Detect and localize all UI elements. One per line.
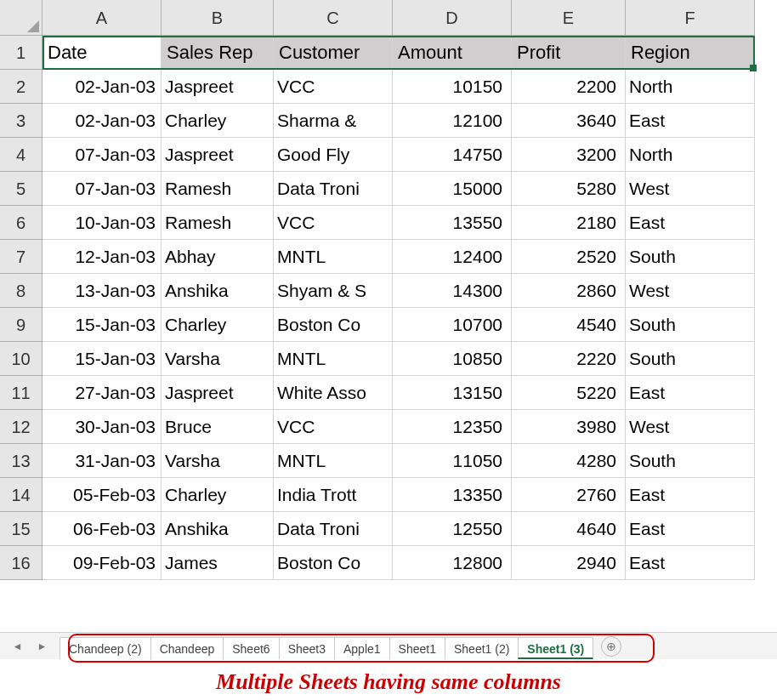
data-cell[interactable]: 2520 <box>512 240 626 274</box>
data-cell[interactable]: 12400 <box>393 240 512 274</box>
data-cell[interactable]: 4540 <box>512 308 626 342</box>
data-cell[interactable]: 2940 <box>512 546 626 580</box>
data-cell[interactable]: East <box>626 376 755 410</box>
data-cell[interactable]: West <box>626 274 755 308</box>
data-cell[interactable]: Bruce <box>162 410 274 444</box>
data-cell[interactable]: 5220 <box>512 376 626 410</box>
data-cell[interactable]: 2220 <box>512 342 626 376</box>
header-cell[interactable]: Sales Rep <box>162 36 274 70</box>
select-all-corner[interactable] <box>0 0 43 36</box>
row-header[interactable]: 4 <box>0 138 43 172</box>
data-cell[interactable]: India Trott <box>274 478 393 512</box>
data-cell[interactable]: 14750 <box>393 138 512 172</box>
row-header[interactable]: 16 <box>0 546 43 580</box>
row-header[interactable]: 2 <box>0 70 43 104</box>
data-cell[interactable]: East <box>626 478 755 512</box>
data-cell[interactable]: Ramesh <box>162 206 274 240</box>
data-cell[interactable]: Jaspreet <box>162 138 274 172</box>
tab-next-icon[interactable]: ► <box>37 640 48 652</box>
column-header[interactable]: B <box>162 0 274 36</box>
data-cell[interactable]: South <box>626 308 755 342</box>
data-cell[interactable]: 05-Feb-03 <box>43 478 162 512</box>
data-cell[interactable]: 02-Jan-03 <box>43 70 162 104</box>
data-cell[interactable]: James <box>162 546 274 580</box>
data-cell[interactable]: 2760 <box>512 478 626 512</box>
data-cell[interactable]: Boston Co <box>274 308 393 342</box>
sheet-tab[interactable]: Chandeep (2) <box>60 637 151 659</box>
data-cell[interactable]: 13350 <box>393 478 512 512</box>
data-cell[interactable]: 2860 <box>512 274 626 308</box>
data-cell[interactable]: 12800 <box>393 546 512 580</box>
row-header[interactable]: 9 <box>0 308 43 342</box>
data-cell[interactable]: Charley <box>162 104 274 138</box>
data-cell[interactable]: MNTL <box>274 240 393 274</box>
data-cell[interactable]: Jaspreet <box>162 70 274 104</box>
data-cell[interactable]: 11050 <box>393 444 512 478</box>
data-cell[interactable]: 4280 <box>512 444 626 478</box>
data-cell[interactable]: Abhay <box>162 240 274 274</box>
sheet-tab[interactable]: Sheet3 <box>279 637 335 659</box>
row-header[interactable]: 5 <box>0 172 43 206</box>
data-cell[interactable]: 10150 <box>393 70 512 104</box>
data-cell[interactable]: 13550 <box>393 206 512 240</box>
column-header[interactable]: F <box>626 0 755 36</box>
data-cell[interactable]: 13-Jan-03 <box>43 274 162 308</box>
add-sheet-button[interactable]: ⊕ <box>601 636 621 657</box>
data-cell[interactable]: 07-Jan-03 <box>43 138 162 172</box>
column-header[interactable]: E <box>512 0 626 36</box>
data-cell[interactable]: 10850 <box>393 342 512 376</box>
data-cell[interactable]: Varsha <box>162 342 274 376</box>
data-cell[interactable]: 5280 <box>512 172 626 206</box>
header-cell[interactable]: Profit <box>512 36 626 70</box>
row-header[interactable]: 15 <box>0 512 43 546</box>
data-cell[interactable]: 27-Jan-03 <box>43 376 162 410</box>
column-header[interactable]: D <box>393 0 512 36</box>
data-cell[interactable]: 02-Jan-03 <box>43 104 162 138</box>
data-cell[interactable]: East <box>626 512 755 546</box>
data-cell[interactable]: MNTL <box>274 444 393 478</box>
row-header[interactable]: 12 <box>0 410 43 444</box>
data-cell[interactable]: Boston Co <box>274 546 393 580</box>
data-cell[interactable]: South <box>626 342 755 376</box>
data-cell[interactable]: Data Troni <box>274 172 393 206</box>
data-cell[interactable]: 12350 <box>393 410 512 444</box>
row-header[interactable]: 11 <box>0 376 43 410</box>
data-cell[interactable]: 31-Jan-03 <box>43 444 162 478</box>
data-cell[interactable]: VCC <box>274 410 393 444</box>
header-cell[interactable]: Region <box>626 36 755 70</box>
data-cell[interactable]: 3980 <box>512 410 626 444</box>
row-header[interactable]: 8 <box>0 274 43 308</box>
data-cell[interactable]: 07-Jan-03 <box>43 172 162 206</box>
data-cell[interactable]: Ramesh <box>162 172 274 206</box>
data-cell[interactable]: North <box>626 70 755 104</box>
data-cell[interactable]: West <box>626 410 755 444</box>
data-cell[interactable]: East <box>626 206 755 240</box>
sheet-tab[interactable]: Apple1 <box>334 637 390 659</box>
data-cell[interactable]: VCC <box>274 206 393 240</box>
data-cell[interactable]: 09-Feb-03 <box>43 546 162 580</box>
tab-prev-icon[interactable]: ◄ <box>13 640 23 652</box>
row-header[interactable]: 14 <box>0 478 43 512</box>
data-cell[interactable]: 10700 <box>393 308 512 342</box>
row-header[interactable]: 10 <box>0 342 43 376</box>
data-cell[interactable]: Jaspreet <box>162 376 274 410</box>
data-cell[interactable]: 15000 <box>393 172 512 206</box>
data-cell[interactable]: 4640 <box>512 512 626 546</box>
data-cell[interactable]: Shyam & S <box>274 274 393 308</box>
data-cell[interactable]: 12550 <box>393 512 512 546</box>
header-cell[interactable]: Date <box>43 36 162 70</box>
data-cell[interactable]: 13150 <box>393 376 512 410</box>
data-cell[interactable]: 15-Jan-03 <box>43 342 162 376</box>
data-cell[interactable]: 3640 <box>512 104 626 138</box>
data-cell[interactable]: 10-Jan-03 <box>43 206 162 240</box>
data-cell[interactable]: VCC <box>274 70 393 104</box>
sheet-tab[interactable]: Sheet6 <box>223 637 279 659</box>
sheet-tab[interactable]: Sheet1 (2) <box>445 637 519 659</box>
data-cell[interactable]: South <box>626 444 755 478</box>
data-cell[interactable]: 2200 <box>512 70 626 104</box>
data-cell[interactable]: 3200 <box>512 138 626 172</box>
data-cell[interactable]: Anshika <box>162 274 274 308</box>
data-cell[interactable]: 2180 <box>512 206 626 240</box>
row-header[interactable]: 3 <box>0 104 43 138</box>
data-cell[interactable]: 06-Feb-03 <box>43 512 162 546</box>
